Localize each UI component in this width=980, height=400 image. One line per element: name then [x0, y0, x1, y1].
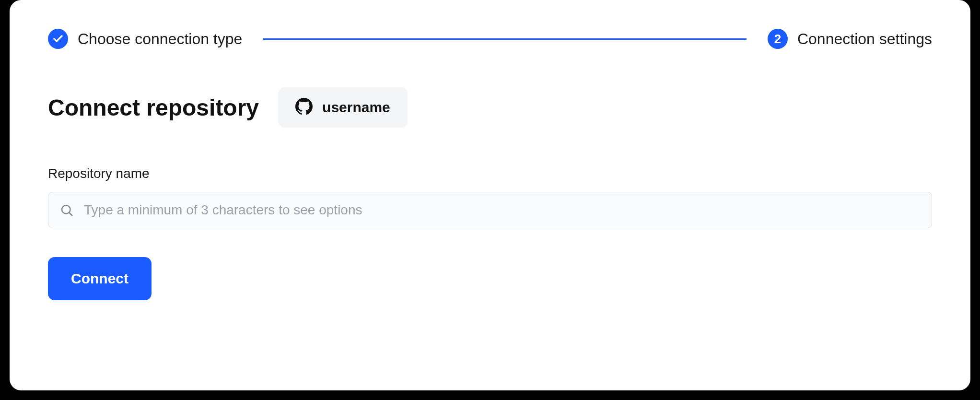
- header-row: Connect repository username: [48, 87, 932, 128]
- github-user-badge[interactable]: username: [278, 87, 408, 128]
- step-choose-connection-type[interactable]: Choose connection type: [48, 29, 242, 49]
- username-label: username: [322, 99, 390, 116]
- connect-button[interactable]: Connect: [48, 257, 152, 300]
- page-title: Connect repository: [48, 94, 259, 121]
- step-label: Connection settings: [797, 30, 932, 48]
- connect-repository-card: Choose connection type 2 Connection sett…: [10, 0, 970, 390]
- check-icon: [48, 29, 68, 49]
- step-label: Choose connection type: [78, 30, 242, 48]
- github-icon: [295, 98, 313, 117]
- repository-search-wrapper: [48, 192, 932, 228]
- repository-name-label: Repository name: [48, 166, 932, 181]
- repository-search-input[interactable]: [48, 192, 932, 228]
- step-connector: [263, 38, 747, 40]
- step-connection-settings[interactable]: 2 Connection settings: [768, 29, 932, 49]
- stepper: Choose connection type 2 Connection sett…: [48, 29, 932, 49]
- step-number-badge: 2: [768, 29, 788, 49]
